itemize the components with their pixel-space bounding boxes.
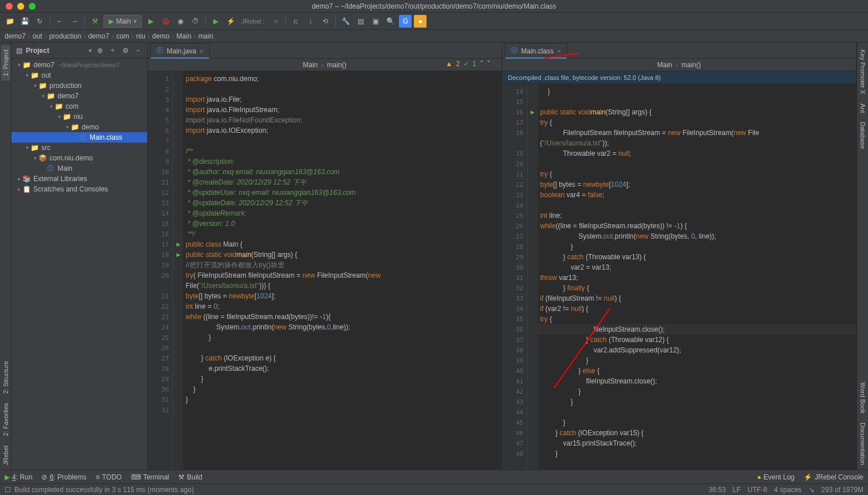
close-icon[interactable]: × (199, 48, 203, 55)
problems-tool-button[interactable]: ⊘6: Problems (41, 473, 86, 481)
titlebar: demo7 – ~/IdeaProjects/demo7/out/product… (0, 0, 868, 13)
close-icon[interactable]: × (557, 48, 560, 55)
window-title: demo7 – ~/IdeaProjects/demo7/out/product… (312, 2, 556, 10)
tree-node[interactable]: ▾📁demo (11, 122, 147, 132)
line-separator[interactable]: LF (733, 486, 741, 494)
breadcrumb-item[interactable]: demo7 (88, 32, 109, 40)
tab-main-class[interactable]: ⓒ Main.class × (505, 43, 567, 58)
breadcrumb-item[interactable]: out (33, 32, 43, 40)
open-icon[interactable]: 📁 (3, 15, 16, 28)
tab-main-java[interactable]: ⓒ Main.java × (150, 43, 210, 58)
todo-tool-button[interactable]: ≡TODO (95, 473, 121, 481)
build-icon[interactable]: ⚒ (89, 15, 101, 28)
run-icon[interactable]: ▶ (144, 15, 157, 28)
misc-icon[interactable]: ● (414, 15, 427, 28)
build-tool-button[interactable]: ⚒Build (178, 473, 202, 481)
tree-node[interactable]: ▾📁out (11, 70, 147, 80)
ok-icon[interactable]: ✓ (463, 60, 469, 68)
select-opened-icon[interactable]: ⊕ (95, 46, 105, 55)
code-area-right[interactable]: 1415161718192021222324252627282930313233… (502, 84, 857, 470)
tree-node[interactable]: ▾📁demo7 (11, 91, 147, 101)
debug-icon[interactable]: 🐞 (159, 15, 172, 28)
cursor-position[interactable]: 36:53 (709, 486, 726, 494)
documentation-button[interactable]: Documentation (858, 418, 867, 470)
gear-icon[interactable]: ⚙ (121, 46, 130, 55)
maximize-window-button[interactable] (29, 3, 36, 10)
project-tool-button[interactable]: 1: Project (1, 45, 10, 80)
breadcrumb-item[interactable]: com (116, 32, 129, 40)
run-tool-button[interactable]: ▶4: Run (5, 473, 32, 481)
chevron-up-icon[interactable]: ˄ (480, 60, 483, 68)
close-window-button[interactable] (6, 3, 13, 10)
breadcrumb-item[interactable]: production (49, 32, 81, 40)
jrebel-console-button[interactable]: ⚡JRebel Console (804, 473, 863, 481)
encoding[interactable]: UTF-8 (748, 486, 767, 494)
run-config-selector[interactable]: ▶Main▾ (103, 15, 142, 28)
hide-icon[interactable]: − (133, 46, 143, 55)
translate-icon[interactable]: G (399, 15, 412, 28)
profile-icon[interactable]: ⏱ (189, 15, 202, 28)
vcs-icon[interactable]: ⎌ (289, 15, 302, 28)
editor-breadcrumb-left: Main›main() ▲2 ✓1 ˄ ˅ (148, 59, 502, 71)
project-tree[interactable]: ▾📁demo7~/IdeaProjects/demo7▾📁out▾📁produc… (11, 59, 147, 470)
save-icon[interactable]: 💾 (18, 15, 31, 28)
status-bar: ☐ Build completed successfully in 3 s 11… (0, 484, 868, 495)
tree-node[interactable]: ▾📁com (11, 101, 147, 112)
jrebel-label: JRebel : (241, 18, 264, 25)
warning-icon[interactable]: ▲ (445, 60, 452, 68)
event-log-button[interactable]: ●Event Log (757, 473, 794, 481)
tree-node[interactable]: ⓒMain.class (11, 132, 147, 143)
forward-icon[interactable]: → (68, 15, 81, 28)
status-message: Build completed successfully in 3 s 115 … (14, 486, 194, 494)
jrebel-debug-icon[interactable]: ⚡ (224, 15, 237, 28)
key-promoter-button[interactable]: Key Promoter X (858, 45, 867, 99)
chevron-down-icon[interactable]: ˅ (487, 60, 490, 68)
sidebar-header: ▤ Project ▾ ⊕ ÷ ⚙ − (11, 43, 147, 59)
back-icon[interactable]: ← (53, 15, 66, 28)
breadcrumb-item[interactable]: demo (152, 32, 170, 40)
structure-tool-button[interactable]: 2: Structure (1, 356, 10, 398)
breadcrumb-item[interactable]: Main (176, 32, 191, 40)
indent[interactable]: 4 spaces (774, 486, 802, 494)
editor-tabs-right: ⓒ Main.class × (502, 43, 857, 59)
breadcrumb-item[interactable]: niu (136, 32, 145, 40)
memory-indicator[interactable]: 293 of 1979M (821, 486, 863, 494)
left-editor: ⓒ Main.java × Main›main() ▲2 ✓1 ˄ ˅ 1234… (148, 43, 502, 470)
breadcrumb-item[interactable]: main (198, 32, 213, 40)
bottom-toolbar: ▶4: Run ⊘6: Problems ≡TODO ⌨Terminal ⚒Bu… (0, 470, 868, 484)
right-editor: ⓒ Main.class × Main›main() Decompiled .c… (502, 43, 857, 470)
tree-node[interactable]: ▾📁production (11, 80, 147, 91)
tree-node[interactable]: ▸📋Scratches and Consoles (11, 184, 147, 194)
jrebel-tool-button[interactable]: JRebel (1, 441, 10, 470)
tree-node[interactable]: ⓒMain (11, 163, 147, 174)
sync-icon[interactable]: ↻ (33, 15, 46, 28)
ant-button[interactable]: Ant (858, 99, 867, 118)
main-toolbar: 📁 💾 ↻ ← → ⚒ ▶Main▾ ▶ 🐞 ◉ ⏱ ▶ ⚡ JRebel : … (0, 13, 868, 30)
vcs-update-icon[interactable]: ↓ (304, 15, 317, 28)
favorites-tool-button[interactable]: 2: Favorites (1, 398, 10, 440)
word-book-button[interactable]: Word Book (858, 378, 867, 418)
sdk-icon[interactable]: ▣ (369, 15, 382, 28)
code-area-left[interactable]: 1234567891011121314151617181920212223242… (148, 71, 502, 470)
tree-node[interactable]: ▾📁src (11, 143, 147, 153)
breadcrumb-item[interactable]: demo7 (5, 32, 26, 40)
project-sidebar: ▤ Project ▾ ⊕ ÷ ⚙ − ▾📁demo7~/IdeaProject… (11, 43, 148, 470)
decompiled-info-bar: Decompiled .class file, bytecode version… (502, 71, 857, 84)
structure-icon[interactable]: ▤ (354, 15, 367, 28)
tree-node[interactable]: ▾📦com.niu.demo (11, 153, 147, 163)
database-button[interactable]: Database (858, 117, 867, 154)
stop-icon: ■ (269, 15, 282, 28)
settings-icon[interactable]: 🔧 (339, 15, 352, 28)
jrebel-run-icon[interactable]: ▶ (209, 15, 222, 28)
tree-node[interactable]: ▾📁demo7~/IdeaProjects/demo7 (11, 60, 147, 70)
minimize-window-button[interactable] (17, 3, 24, 10)
goto-icon[interactable]: ↘ (809, 486, 815, 494)
vcs-history-icon[interactable]: ⟲ (319, 15, 332, 28)
expand-all-icon[interactable]: ÷ (108, 46, 117, 55)
left-tool-gutter: 1: Project 2: Structure 2: Favorites JRe… (0, 43, 11, 470)
search-icon[interactable]: 🔍 (384, 15, 397, 28)
tree-node[interactable]: ▸📚External Libraries (11, 174, 147, 184)
tree-node[interactable]: ▾📁niu (11, 112, 147, 122)
coverage-icon[interactable]: ◉ (174, 15, 187, 28)
terminal-tool-button[interactable]: ⌨Terminal (131, 473, 169, 481)
